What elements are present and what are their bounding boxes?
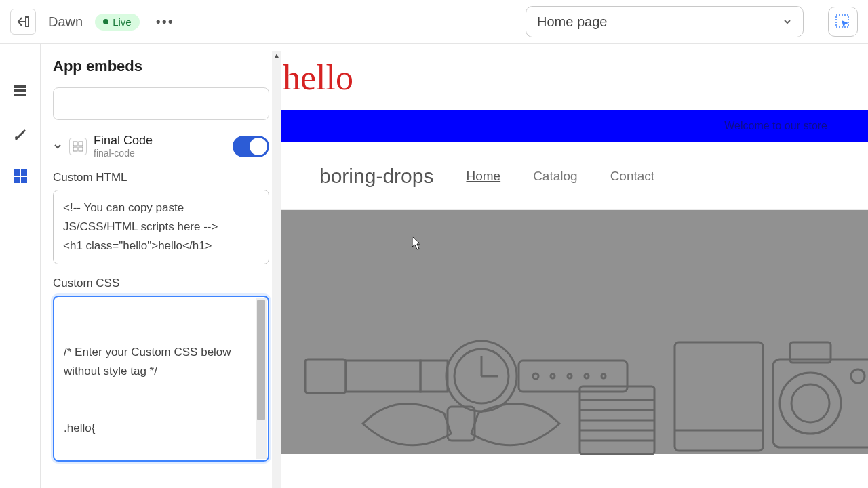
custom-html-label: Custom HTML: [53, 171, 269, 184]
svg-point-37: [780, 373, 841, 434]
svg-rect-2: [14, 89, 26, 92]
svg-point-38: [791, 384, 829, 422]
svg-rect-26: [448, 407, 475, 441]
svg-rect-12: [79, 147, 83, 151]
main-layout: App embeds Final Code final-code Custom …: [0, 44, 868, 488]
camera-placeholder-icon: [770, 339, 868, 454]
svg-point-23: [568, 374, 572, 378]
preview-frame: hello Welcome to our store boring-drops …: [281, 58, 868, 488]
announcement-bar: Welcome to our store: [281, 110, 868, 142]
bowtie-placeholder-icon: [356, 386, 566, 461]
custom-css-label: Custom CSS: [53, 277, 269, 290]
svg-point-4: [15, 136, 18, 139]
svg-rect-3: [14, 94, 26, 96]
embed-title: Final Code: [94, 134, 226, 148]
svg-rect-5: [14, 169, 20, 176]
embed-text-block: Final Code final-code: [94, 134, 226, 159]
settings-sidebar: App embeds Final Code final-code Custom …: [41, 44, 281, 488]
app-embed-row: Final Code final-code: [53, 134, 269, 159]
svg-point-25: [601, 374, 606, 378]
inspector-icon: [835, 14, 851, 30]
svg-rect-1: [14, 85, 26, 88]
svg-point-39: [851, 369, 865, 383]
store-header: boring-drops Home Catalog Contact: [281, 142, 868, 210]
sidebar-scrollbar[interactable]: ▲: [272, 51, 281, 488]
nav-home[interactable]: Home: [466, 169, 500, 184]
embed-search-field[interactable]: [53, 87, 269, 120]
svg-rect-6: [21, 169, 27, 176]
nav-catalog[interactable]: Catalog: [533, 169, 578, 184]
svg-rect-8: [21, 177, 27, 183]
hero-image-area: [281, 210, 868, 454]
app-embed-icon: [69, 138, 87, 155]
svg-rect-7: [14, 177, 20, 183]
svg-rect-35: [773, 359, 868, 447]
sections-tab-icon[interactable]: [11, 81, 30, 100]
page-select-value: Home page: [537, 14, 607, 30]
live-label: Live: [113, 16, 132, 28]
inspector-button[interactable]: [828, 7, 858, 37]
scroll-up-icon[interactable]: ▲: [272, 51, 281, 60]
svg-point-22: [551, 374, 555, 378]
svg-rect-11: [73, 147, 77, 151]
css-scrollbar[interactable]: [256, 298, 267, 459]
custom-css-input[interactable]: /* Enter your Custom CSS below without s…: [53, 296, 269, 462]
live-dot-icon: [103, 19, 108, 24]
svg-rect-9: [73, 142, 77, 146]
exit-icon: [16, 15, 30, 28]
custom-html-input[interactable]: <!-- You can copy paste JS/CSS/HTML scri…: [53, 190, 269, 264]
svg-rect-33: [675, 342, 763, 451]
announcement-text: Welcome to our store: [724, 120, 827, 132]
left-icon-rail: [0, 44, 41, 488]
css-line: /* Enter your Custom CSS below without s…: [64, 343, 258, 381]
lens-placeholder-icon: [573, 380, 661, 461]
preview-pane: hello Welcome to our store boring-drops …: [281, 44, 868, 488]
svg-point-21: [533, 373, 538, 379]
svg-rect-10: [79, 142, 83, 146]
more-options-button[interactable]: •••: [152, 10, 178, 34]
nav-contact[interactable]: Contact: [610, 169, 654, 184]
sidebar-title: App embeds: [53, 58, 269, 75]
store-name[interactable]: boring-drops: [319, 165, 433, 188]
chevron-down-icon: [783, 17, 792, 26]
toggle-knob: [250, 138, 267, 155]
exit-button[interactable]: [10, 9, 36, 35]
collapse-chevron-icon[interactable]: [53, 142, 62, 151]
embed-subtitle: final-code: [94, 148, 226, 159]
css-line: .hello{: [64, 419, 258, 438]
svg-rect-13: [305, 359, 346, 393]
embed-toggle[interactable]: [233, 136, 269, 157]
theme-name: Dawn: [48, 14, 83, 30]
theme-settings-tab-icon[interactable]: [11, 124, 30, 143]
svg-point-24: [585, 374, 589, 378]
hello-heading: hello: [281, 58, 868, 98]
app-embeds-tab-icon[interactable]: [11, 167, 30, 186]
page-select-dropdown[interactable]: Home page: [526, 6, 804, 37]
box-placeholder-icon: [671, 339, 766, 454]
live-status-badge: Live: [95, 14, 140, 30]
top-toolbar: Dawn Live ••• Home page: [0, 0, 868, 44]
